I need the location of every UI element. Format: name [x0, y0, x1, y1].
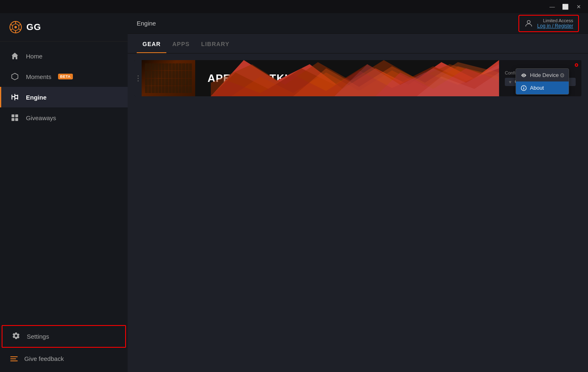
svg-rect-11 [12, 96, 15, 97]
maximize-button[interactable]: ⬜ [559, 2, 572, 12]
sidebar-item-home[interactable]: Home [0, 46, 128, 66]
config-arrow-icon: ▼ [508, 80, 512, 84]
app-layout: GG Home Moments BETA [0, 13, 588, 372]
moments-label: Moments [26, 73, 51, 80]
context-menu-container: ⚙ Hide Device [575, 63, 578, 67]
beta-badge: BETA [58, 74, 73, 79]
svg-rect-16 [12, 114, 14, 117]
device-background [211, 60, 499, 96]
context-menu: ⚙ Hide Device [516, 68, 569, 95]
title-bar: — ⬜ ✕ [0, 0, 588, 13]
page-title: Engine [137, 20, 156, 27]
logo-area: GG [0, 13, 128, 42]
svg-rect-13 [14, 95, 18, 96]
limited-access-label: Limited Access [543, 18, 573, 23]
feedback-icon [10, 356, 18, 361]
svg-point-20 [527, 20, 530, 23]
tabs-bar: GEAR APPS LIBRARY [128, 34, 588, 53]
tab-apps[interactable]: APPS [166, 41, 195, 53]
login-register-link[interactable]: Log in / Register [537, 23, 573, 29]
main-header: Engine Limited Access Log in / Register [128, 13, 588, 34]
gear-menu-icon[interactable]: ⚙ [558, 71, 566, 79]
svg-line-8 [11, 24, 13, 26]
main-content: Engine Limited Access Log in / Register … [128, 13, 588, 372]
svg-rect-14 [17, 95, 18, 100]
handle-dots [138, 75, 139, 81]
nav-items: Home Moments BETA [0, 42, 128, 323]
tab-library[interactable]: LIBRARY [196, 41, 236, 53]
sidebar: GG Home Moments BETA [0, 13, 128, 372]
feedback-item[interactable]: Give feedback [0, 349, 128, 368]
giveaways-label: Giveaways [26, 114, 56, 121]
svg-line-7 [11, 29, 13, 30]
feedback-label: Give feedback [24, 355, 64, 362]
sidebar-item-engine[interactable]: Engine [0, 87, 128, 107]
about-label: About [530, 85, 544, 91]
grid-icon [10, 113, 19, 122]
settings-item[interactable]: Settings [2, 325, 126, 348]
sidebar-item-giveaways[interactable]: Giveaways [0, 107, 128, 128]
device-banner: APEX PRO TKL [134, 60, 581, 96]
svg-rect-17 [15, 114, 18, 117]
svg-rect-18 [12, 118, 14, 121]
steelseries-logo-icon [9, 21, 22, 34]
svg-point-32 [523, 86, 524, 87]
close-button[interactable]: ✕ [572, 2, 585, 12]
svg-rect-15 [15, 98, 18, 99]
svg-rect-31 [523, 88, 524, 89]
svg-line-5 [19, 29, 21, 30]
eye-icon [521, 72, 527, 78]
svg-line-4 [19, 24, 21, 26]
minimize-button[interactable]: — [546, 2, 558, 12]
sidebar-item-moments[interactable]: Moments BETA [0, 66, 128, 87]
home-label: Home [26, 53, 42, 60]
user-section[interactable]: Limited Access Log in / Register [518, 15, 579, 32]
gear-icon [12, 332, 20, 341]
hide-device-label: Hide Device [530, 72, 559, 78]
home-icon [10, 51, 19, 60]
info-icon [521, 85, 527, 91]
keyboard-keys-visual [142, 60, 195, 96]
svg-rect-19 [15, 118, 18, 121]
svg-marker-9 [12, 73, 18, 80]
engine-label: Engine [26, 94, 47, 101]
sliders-icon [10, 93, 19, 102]
hexagon-icon [10, 72, 19, 81]
user-info: Limited Access Log in / Register [537, 18, 573, 29]
user-account-icon [524, 19, 533, 28]
svg-point-2 [14, 26, 17, 28]
device-image [142, 60, 195, 96]
tab-gear[interactable]: GEAR [137, 41, 166, 53]
logo-text: GG [26, 22, 41, 33]
device-handle[interactable] [134, 60, 142, 96]
device-area: APEX PRO TKL [128, 53, 588, 96]
svg-rect-12 [14, 94, 15, 100]
sidebar-bottom: Settings Give feedback [0, 323, 128, 372]
about-menu-item[interactable]: About [516, 81, 569, 94]
settings-label: Settings [27, 333, 49, 340]
